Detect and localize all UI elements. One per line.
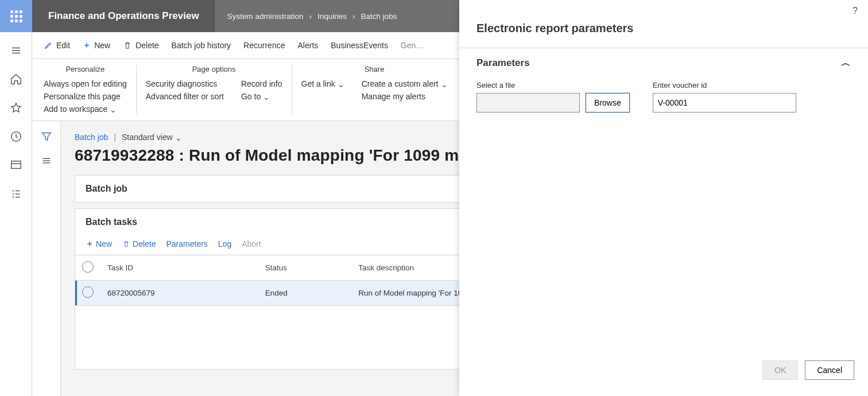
overflow-button[interactable]: Gen…	[401, 41, 424, 50]
always-open-edit-button[interactable]: Always open for editing	[44, 79, 127, 88]
field-select-file: Select a file Browse	[476, 81, 630, 112]
dialog-footer: OK Cancel	[459, 350, 868, 396]
delete-button[interactable]: Delete	[123, 41, 158, 50]
breadcrumb: System administration › Inquiries › Batc…	[216, 0, 409, 32]
trash-icon	[122, 240, 130, 248]
view-selector[interactable]: Standard view⌄	[122, 133, 182, 142]
left-nav-rail	[0, 32, 32, 396]
filter-icon[interactable]	[40, 130, 53, 143]
waffle-button[interactable]	[0, 0, 32, 32]
tasks-parameters-button[interactable]: Parameters	[166, 239, 207, 249]
ok-button[interactable]: OK	[762, 360, 798, 380]
chevron-down-icon: ⌄	[263, 92, 270, 102]
file-path-input[interactable]	[476, 93, 580, 112]
cell-status: Ended	[258, 281, 351, 306]
new-button[interactable]: ＋ New	[83, 40, 110, 51]
menu-icon[interactable]	[9, 44, 23, 57]
workspace-icon[interactable]	[9, 158, 23, 172]
chevron-right-icon: ›	[309, 12, 312, 21]
tasks-log-button[interactable]: Log	[218, 239, 231, 249]
add-to-workspace-button[interactable]: Add to workspace⌄	[44, 104, 127, 114]
home-icon[interactable]	[9, 72, 23, 86]
voucher-input[interactable]	[653, 93, 796, 112]
favorites-icon[interactable]	[9, 101, 23, 115]
col-status[interactable]: Status	[258, 255, 351, 281]
edit-label: Edit	[56, 41, 70, 50]
chevron-down-icon: ⌄	[110, 105, 117, 114]
batch-job-link[interactable]: Batch job	[75, 133, 108, 142]
ribbon-title-personalize: Personalize	[44, 65, 127, 73]
cell-task-id: 68720005679	[100, 281, 258, 306]
advanced-filter-button[interactable]: Advanced filter or sort	[146, 92, 224, 101]
field-voucher-id: Enter voucher id	[653, 81, 796, 112]
select-all-header[interactable]	[75, 255, 100, 281]
recurrence-button[interactable]: Recurrence	[243, 41, 285, 50]
chevron-down-icon: ⌄	[338, 80, 344, 89]
section-header[interactable]: Parameters ︿	[476, 56, 851, 69]
manage-alerts-button[interactable]: Manage my alerts	[362, 92, 448, 101]
svg-rect-1	[11, 161, 21, 169]
col-task-id[interactable]: Task ID	[100, 255, 258, 281]
chevron-up-icon: ︿	[841, 56, 851, 69]
row-selector[interactable]	[82, 286, 94, 298]
fasttab-title: Batch job	[86, 184, 127, 193]
get-link-button[interactable]: Get a link⌄	[301, 79, 344, 88]
crumb-1[interactable]: Inquiries	[317, 12, 347, 21]
chevron-right-icon: ›	[352, 12, 355, 21]
tasks-new-button[interactable]: ＋New	[86, 239, 112, 249]
tasks-delete-button[interactable]: Delete	[122, 239, 156, 249]
dialog-title: Electronic report parameters	[459, 16, 868, 48]
dialog-section-parameters: Parameters ︿ Select a file Browse Enter …	[459, 48, 868, 121]
personalize-page-button[interactable]: Personalize this page	[44, 92, 127, 101]
plus-icon: ＋	[83, 40, 91, 51]
crumb-2[interactable]: Batch jobs	[361, 12, 397, 21]
cancel-button[interactable]: Cancel	[805, 360, 854, 380]
history-button[interactable]: Batch job history	[172, 41, 231, 50]
page-rail	[32, 121, 61, 396]
help-icon[interactable]: ?	[852, 6, 858, 16]
section-title: Parameters	[476, 57, 530, 69]
browse-button[interactable]: Browse	[586, 93, 630, 112]
record-info-button[interactable]: Record info	[241, 79, 282, 88]
chevron-down-icon: ⌄	[175, 133, 182, 142]
circle-icon	[82, 261, 94, 273]
alerts-button[interactable]: Alerts	[297, 41, 318, 50]
goto-button[interactable]: Go to⌄	[241, 92, 282, 101]
waffle-icon	[10, 10, 22, 22]
separator: |	[114, 133, 116, 142]
delete-label: Delete	[135, 41, 158, 50]
modules-icon[interactable]	[9, 187, 23, 201]
chevron-down-icon: ⌄	[441, 80, 448, 89]
recent-icon[interactable]	[9, 130, 23, 143]
product-name: Finance and Operations Preview	[32, 0, 216, 32]
create-alert-button[interactable]: Create a custom alert⌄	[362, 79, 448, 88]
ribbon-group-page-options: Page options Security diagnostics Advanc…	[137, 65, 292, 114]
plus-icon: ＋	[86, 239, 94, 249]
new-label: New	[94, 41, 110, 50]
ribbon-group-share: Share Get a link⌄ Create a custom alert⌄…	[292, 65, 457, 114]
business-events-button[interactable]: BusinessEvents	[331, 41, 388, 50]
select-file-label: Select a file	[476, 81, 630, 90]
tasks-abort-button: Abort	[242, 239, 261, 249]
list-icon[interactable]	[40, 154, 53, 167]
edit-button[interactable]: Edit	[44, 41, 70, 50]
voucher-label: Enter voucher id	[653, 81, 796, 90]
ribbon-group-personalize: Personalize Always open for editing Pers…	[44, 65, 137, 114]
ribbon-title-pageopts: Page options	[146, 65, 282, 73]
crumb-0[interactable]: System administration	[227, 12, 304, 21]
ribbon-title-share: Share	[301, 65, 448, 73]
security-diagnostics-button[interactable]: Security diagnostics	[146, 79, 224, 88]
flyout-dialog: ? Electronic report parameters Parameter…	[459, 0, 868, 396]
